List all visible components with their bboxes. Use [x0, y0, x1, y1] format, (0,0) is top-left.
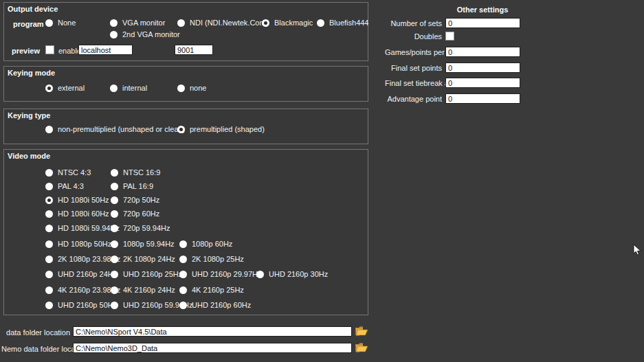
- keying-type-premultiplied[interactable]: premultiplied (shaped): [177, 125, 265, 133]
- radio-icon[interactable]: [111, 196, 118, 204]
- data-folder-browse-button[interactable]: [355, 326, 368, 337]
- video-mode-option[interactable]: 2K 1080p 23.98Hz: [45, 255, 120, 263]
- video-mode-option[interactable]: UHD 2160p 30Hz: [256, 270, 328, 278]
- program-option-none[interactable]: None: [45, 19, 76, 27]
- radio-label: Bluefish444: [329, 19, 369, 27]
- nemo-data-folder-browse-button[interactable]: [355, 342, 368, 354]
- radio-icon[interactable]: [110, 84, 118, 92]
- video-mode-option[interactable]: 2K 1080p 25Hz: [179, 255, 244, 263]
- video-mode-option[interactable]: UHD 2160p 24Hz: [45, 270, 117, 278]
- radio-icon[interactable]: [177, 84, 185, 92]
- radio-icon[interactable]: [45, 84, 53, 92]
- radio-icon[interactable]: [45, 271, 53, 278]
- radio-icon[interactable]: [45, 210, 53, 218]
- video-mode-option[interactable]: 1080p 60Hz: [179, 240, 232, 248]
- keying-mode-none[interactable]: none: [177, 84, 206, 92]
- radio-icon[interactable]: [111, 240, 118, 248]
- radio-icon[interactable]: [177, 126, 185, 133]
- radio-icon[interactable]: [110, 31, 118, 38]
- radio-label: internal: [122, 84, 147, 92]
- keying-mode-internal[interactable]: internal: [110, 84, 147, 92]
- number-of-sets-input[interactable]: [445, 18, 520, 28]
- radio-icon[interactable]: [45, 196, 53, 204]
- radio-label: NTSC 4:3: [58, 168, 91, 177]
- keying-type-non-premultiplied[interactable]: non-premultiplied (unshaped or clean): [45, 125, 185, 133]
- preview-host-input[interactable]: [78, 45, 133, 55]
- radio-icon[interactable]: [111, 286, 118, 294]
- radio-icon[interactable]: [111, 169, 118, 177]
- games-points-per-set-input[interactable]: [445, 47, 520, 57]
- keying-mode-external[interactable]: external: [45, 84, 85, 92]
- radio-icon[interactable]: [179, 271, 187, 278]
- radio-icon[interactable]: [262, 19, 269, 27]
- radio-label: UHD 2160p 60Hz: [192, 301, 251, 309]
- radio-icon[interactable]: [111, 210, 118, 218]
- video-mode-option[interactable]: NTSC 16:9: [111, 168, 160, 177]
- video-mode-option[interactable]: 4K 2160p 25Hz: [179, 286, 244, 294]
- radio-icon[interactable]: [179, 302, 187, 309]
- other-settings-title: Other settings: [443, 5, 522, 14]
- final-set-points-input[interactable]: [445, 63, 520, 73]
- video-mode-option[interactable]: NTSC 4:3: [45, 168, 91, 177]
- radio-icon[interactable]: [111, 183, 118, 190]
- radio-icon[interactable]: [45, 126, 53, 133]
- program-option-2nd-vga[interactable]: 2nd VGA monitor: [110, 30, 180, 38]
- video-mode-option[interactable]: HD 1080p 50Hz: [45, 240, 111, 248]
- video-mode-option[interactable]: 1080p 59.94Hz: [111, 240, 175, 248]
- radio-icon[interactable]: [45, 286, 53, 294]
- program-option-vga[interactable]: VGA monitor: [110, 19, 165, 27]
- radio-icon[interactable]: [45, 225, 53, 232]
- program-option-ndi[interactable]: NDI (NDI.Newtek.Com): [177, 19, 268, 27]
- video-mode-option[interactable]: UHD 2160p 50Hz: [45, 301, 117, 309]
- radio-icon[interactable]: [45, 256, 53, 263]
- radio-icon[interactable]: [317, 19, 324, 27]
- number-of-sets-row: Number of sets: [385, 18, 520, 28]
- final-set-tiebreak-label: Final set tiebreak at: [385, 79, 445, 87]
- radio-icon[interactable]: [45, 19, 53, 27]
- video-mode-option[interactable]: 4K 2160p 24Hz: [111, 286, 175, 294]
- video-mode-option[interactable]: 4K 2160p 23.98Hz: [45, 286, 120, 294]
- program-option-blackmagic[interactable]: Blackmagic: [262, 19, 313, 27]
- video-mode-option[interactable]: PAL 4:3: [45, 182, 84, 190]
- radio-label: 720p 50Hz: [123, 196, 159, 204]
- doubles-checkbox[interactable]: [445, 32, 454, 41]
- video-mode-option[interactable]: UHD 2160p 29.97Hz: [179, 270, 262, 278]
- video-mode-option[interactable]: HD 1080i 59.94Hz: [45, 224, 120, 232]
- video-mode-option[interactable]: HD 1080i 60Hz: [45, 210, 109, 218]
- radio-icon[interactable]: [179, 240, 187, 248]
- radio-label: 4K 2160p 24Hz: [123, 286, 175, 294]
- radio-icon[interactable]: [179, 286, 187, 294]
- video-mode-option[interactable]: 720p 60Hz: [111, 210, 159, 218]
- video-mode-option[interactable]: 720p 50Hz: [111, 196, 159, 204]
- video-mode-option[interactable]: UHD 2160p 60Hz: [179, 301, 251, 309]
- video-mode-option[interactable]: 720p 59.94Hz: [111, 224, 170, 232]
- radio-icon[interactable]: [45, 169, 53, 177]
- video-mode-option[interactable]: 2K 1080p 24Hz: [111, 255, 175, 263]
- radio-icon[interactable]: [111, 302, 118, 309]
- radio-icon[interactable]: [110, 19, 118, 27]
- radio-label: PAL 16:9: [123, 182, 153, 190]
- video-mode-option[interactable]: HD 1080i 50Hz: [45, 196, 109, 204]
- radio-label: HD 1080i 50Hz: [58, 196, 109, 204]
- final-set-tiebreak-input[interactable]: [445, 78, 520, 88]
- radio-icon[interactable]: [111, 225, 118, 232]
- radio-icon[interactable]: [45, 183, 53, 190]
- data-folder-input[interactable]: [73, 326, 352, 337]
- radio-icon[interactable]: [179, 256, 187, 263]
- radio-icon[interactable]: [45, 302, 53, 309]
- video-mode-option[interactable]: UHD 2160p 25Hz: [111, 270, 182, 278]
- radio-label: None: [58, 19, 76, 27]
- advantage-point-input[interactable]: [445, 93, 520, 104]
- radio-icon[interactable]: [45, 240, 53, 248]
- radio-icon[interactable]: [111, 256, 118, 263]
- radio-icon[interactable]: [256, 271, 264, 278]
- program-option-bluefish[interactable]: Bluefish444: [317, 19, 369, 27]
- preview-port-input[interactable]: [175, 45, 213, 55]
- doubles-label: Doubles: [385, 32, 445, 41]
- radio-icon[interactable]: [111, 271, 118, 278]
- nemo-data-folder-input[interactable]: [73, 343, 352, 353]
- radio-icon[interactable]: [177, 19, 185, 27]
- video-mode-option[interactable]: PAL 16:9: [111, 182, 153, 190]
- advantage-point-row: Advantage point: [385, 93, 520, 104]
- preview-enable-checkbox[interactable]: [45, 45, 54, 54]
